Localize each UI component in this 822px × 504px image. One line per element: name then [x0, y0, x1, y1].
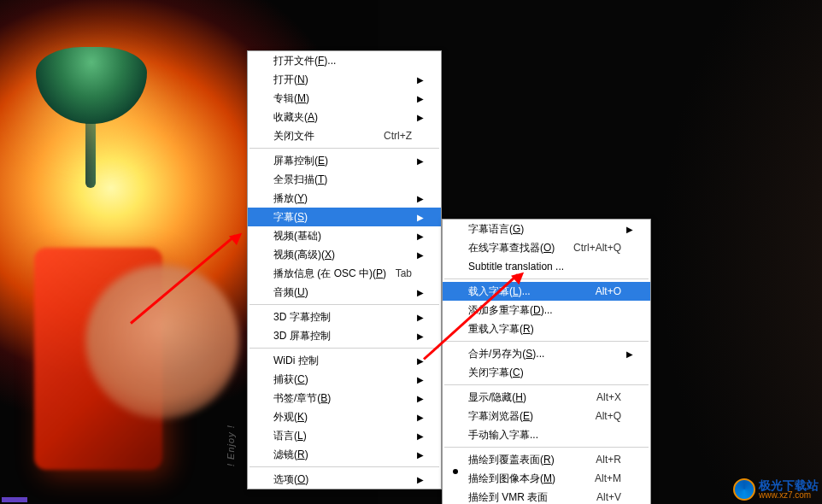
menu-item-label: 字幕浏览器(E) — [468, 409, 596, 424]
menu-item-label: 视频(高级)(X) — [273, 248, 415, 262]
menu-item-label: 添加多重字幕(D)... — [468, 303, 625, 318]
lamp-head — [36, 47, 147, 124]
menu-item-shortcut: Alt+M — [595, 472, 621, 484]
submenu-arrow-icon: ▶ — [415, 375, 424, 384]
sub-menu-item-9[interactable]: 关闭字幕(C) — [443, 363, 650, 382]
menu-item-label: 3D 字幕控制 — [273, 310, 415, 325]
submenu-arrow-icon: ▶ — [415, 450, 424, 460]
sub-menu-item-16[interactable]: 描绘到图像本身(M)Alt+M — [443, 469, 650, 488]
menu-item-label: 语言(L) — [273, 429, 415, 443]
menu-item-shortcut: Alt+X — [596, 391, 621, 403]
menu-item-label: 关闭字幕(C) — [468, 366, 625, 380]
main-menu-item-21[interactable]: 外观(K)▶ — [248, 407, 441, 426]
main-menu-item-22[interactable]: 语言(L)▶ — [248, 426, 441, 445]
sub-menu-item-12[interactable]: 字幕浏览器(E)Alt+Q — [443, 407, 650, 425]
sub-menu-item-4[interactable]: 载入字幕(L)...Alt+O — [443, 282, 650, 301]
menu-item-shortcut: Alt+R — [596, 454, 621, 466]
submenu-arrow-icon: ▶ — [415, 331, 424, 341]
menu-item-label: 手动输入字幕... — [468, 428, 625, 442]
submenu-arrow-icon: ▶ — [415, 250, 424, 260]
menu-radio-dot-icon — [453, 469, 458, 474]
main-menu-item-7[interactable]: 全景扫描(T) — [248, 170, 441, 189]
main-menu-item-8[interactable]: 播放(Y)▶ — [248, 189, 441, 208]
sub-menu-item-2[interactable]: Subtitle translation ... — [443, 257, 650, 276]
menu-item-label: 全景扫描(T) — [273, 173, 415, 187]
menu-item-label: 播放(Y) — [273, 191, 415, 206]
menu-item-label: 字幕(S) — [273, 210, 415, 225]
main-menu-item-15[interactable]: 3D 字幕控制▶ — [248, 308, 441, 326]
menu-item-label: 捕获(C) — [273, 372, 415, 387]
menu-item-label: 屏幕控制(E) — [273, 154, 415, 168]
menu-item-label: 重载入字幕(R) — [468, 322, 625, 337]
sub-menu-item-5[interactable]: 添加多重字幕(D)... — [443, 301, 650, 319]
watermark: 极光下载站 www.xz7.com — [733, 478, 819, 501]
submenu-arrow-icon: ▶ — [415, 313, 424, 322]
submenu-arrow-icon: ▶ — [415, 413, 424, 422]
menu-item-shortcut: Alt+V — [596, 491, 621, 503]
submenu-arrow-icon: ▶ — [625, 225, 633, 234]
main-menu-item-4[interactable]: 关闭文件Ctrl+Z — [248, 126, 441, 145]
menu-item-shortcut: Ctrl+Alt+Q — [573, 242, 621, 254]
menu-item-label: 选项(O) — [273, 472, 415, 487]
menu-item-label: 音频(U) — [273, 285, 415, 300]
menu-item-shortcut: Alt+Q — [596, 410, 621, 422]
sub-menu-item-8[interactable]: 合并/另存为(S)...▶ — [443, 344, 650, 363]
menu-item-label: 在线字幕查找器(O) — [468, 241, 573, 255]
submenu-arrow-icon: ▶ — [415, 431, 424, 441]
context-menu-subtitles: 字幕语言(G)▶在线字幕查找器(O)Ctrl+Alt+QSubtitle tra… — [442, 219, 651, 504]
submenu-arrow-icon: ▶ — [415, 231, 424, 241]
main-menu-item-23[interactable]: 滤镜(R)▶ — [248, 445, 441, 464]
submenu-arrow-icon: ▶ — [415, 288, 424, 297]
submenu-arrow-icon: ▶ — [415, 94, 424, 103]
hand-shape — [85, 265, 239, 419]
player-side-text: ! Enjoy ! — [226, 425, 236, 466]
main-menu-item-10[interactable]: 视频(基础)▶ — [248, 226, 441, 245]
menu-item-label: 描绘到覆盖表面(R) — [468, 453, 596, 467]
menu-separator — [444, 278, 649, 279]
menu-item-label: 外观(K) — [273, 410, 415, 425]
menu-item-shortcut: Ctrl+Z — [384, 130, 412, 142]
watermark-text-url: www.xz7.com — [759, 491, 819, 500]
menu-item-label: 描绘到图像本身(M) — [468, 472, 595, 486]
sub-menu-item-6[interactable]: 重载入字幕(R) — [443, 319, 650, 338]
main-menu-item-1[interactable]: 打开(N)▶ — [248, 70, 441, 89]
sub-menu-item-0[interactable]: 字幕语言(G)▶ — [443, 220, 650, 238]
sub-menu-item-1[interactable]: 在线字幕查找器(O)Ctrl+Alt+Q — [443, 238, 650, 257]
main-menu-item-11[interactable]: 视频(高级)(X)▶ — [248, 245, 441, 264]
main-menu-item-13[interactable]: 音频(U)▶ — [248, 283, 441, 302]
main-menu-item-6[interactable]: 屏幕控制(E)▶ — [248, 151, 441, 170]
menu-item-label: 播放信息 (在 OSC 中)(P) — [273, 267, 396, 281]
sub-menu-item-13[interactable]: 手动输入字幕... — [443, 425, 650, 444]
main-menu-item-3[interactable]: 收藏夹(A)▶ — [248, 108, 441, 126]
menu-separator — [444, 447, 649, 448]
sub-menu-item-11[interactable]: 显示/隐藏(H)Alt+X — [443, 388, 650, 407]
menu-item-label: 书签/章节(B) — [273, 391, 415, 406]
submenu-arrow-icon: ▶ — [415, 213, 424, 222]
main-menu-item-20[interactable]: 书签/章节(B)▶ — [248, 389, 441, 407]
menu-item-label: 收藏夹(A) — [273, 110, 415, 125]
menu-item-label: 打开(N) — [273, 73, 415, 87]
sub-menu-item-15[interactable]: 描绘到覆盖表面(R)Alt+R — [443, 450, 650, 469]
submenu-arrow-icon: ▶ — [415, 394, 424, 403]
main-menu-item-2[interactable]: 专辑(M)▶ — [248, 89, 441, 108]
menu-item-label: 描绘到 VMR 表面 — [468, 490, 596, 505]
menu-item-label: 显示/隐藏(H) — [468, 390, 596, 405]
menu-item-label: 视频(基础) — [273, 229, 415, 243]
menu-item-label: 滤镜(R) — [273, 448, 415, 462]
menu-item-label: 3D 屏幕控制 — [273, 329, 415, 343]
main-menu-item-16[interactable]: 3D 屏幕控制▶ — [248, 326, 441, 345]
menu-separator — [250, 304, 439, 305]
submenu-arrow-icon: ▶ — [415, 75, 424, 85]
main-menu-item-19[interactable]: 捕获(C)▶ — [248, 370, 441, 389]
menu-item-label: 关闭文件 — [273, 129, 384, 144]
sub-menu-item-17[interactable]: 描绘到 VMR 表面Alt+V — [443, 488, 650, 504]
main-menu-item-9[interactable]: 字幕(S)▶ — [248, 208, 441, 226]
submenu-arrow-icon: ▶ — [625, 349, 633, 359]
menu-item-shortcut: Alt+O — [596, 285, 621, 297]
progress-bar-fragment[interactable] — [2, 497, 27, 502]
main-menu-item-18[interactable]: WiDi 控制▶ — [248, 351, 441, 370]
menu-separator — [250, 348, 439, 349]
main-menu-item-0[interactable]: 打开文件(F)... — [248, 51, 441, 70]
main-menu-item-12[interactable]: 播放信息 (在 OSC 中)(P)Tab — [248, 264, 441, 283]
main-menu-item-25[interactable]: 选项(O)▶ — [248, 470, 441, 489]
